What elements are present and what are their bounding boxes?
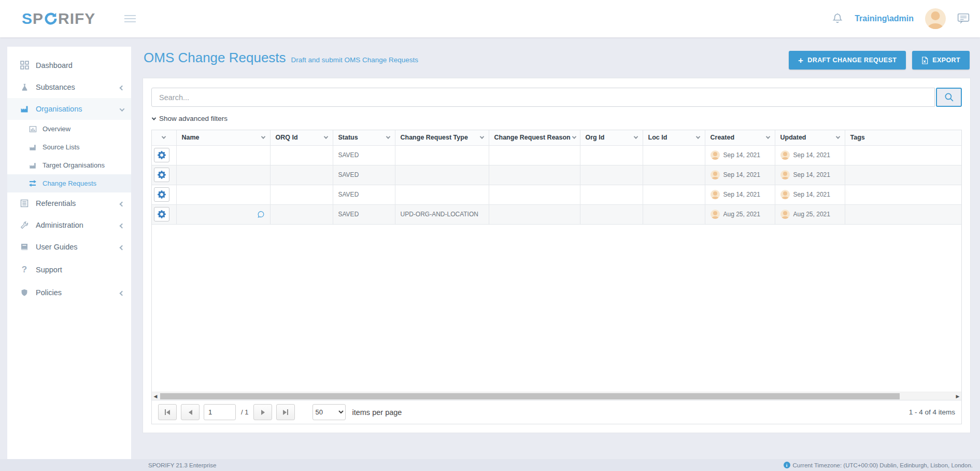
previous-page-button[interactable]	[181, 404, 200, 420]
sidebar-item-label: Overview	[42, 125, 70, 133]
user-avatar	[711, 170, 720, 179]
table-row[interactable]: SAVED UPD-ORG-AND-LOCATION Aug 25, 2021 …	[152, 204, 961, 224]
column-menu-icon[interactable]	[633, 135, 637, 139]
sidebar-item-target-organisations[interactable]: Target Organisations	[7, 156, 131, 174]
sidebar-item-support[interactable]: ? Support	[7, 258, 131, 282]
user-avatar[interactable]	[925, 8, 946, 29]
scrollbar-thumb[interactable]	[160, 393, 900, 399]
sidebar-item-source-lists[interactable]: Source Lists	[7, 138, 131, 156]
scroll-right-arrow-icon[interactable]: ▶	[954, 394, 961, 399]
list-icon	[20, 199, 29, 207]
row-actions-gear-button[interactable]	[154, 148, 169, 162]
column-menu-icon[interactable]	[835, 135, 840, 139]
gear-icon	[158, 190, 166, 199]
cell-loc-id	[643, 204, 705, 224]
horizontal-scrollbar[interactable]: ◀ ▶	[152, 392, 961, 400]
pagination-bar: / 1 50 items per page 1 - 4 of 4 items	[152, 400, 961, 424]
last-page-button[interactable]	[276, 404, 295, 420]
column-header-change-request-reason[interactable]: Change Request Reason	[489, 130, 580, 145]
table-row[interactable]: SAVED Sep 14, 2021 Sep 14, 2021	[152, 185, 961, 204]
sidebar-item-administration[interactable]: Administration	[7, 214, 131, 236]
factory-icon	[28, 144, 37, 151]
feedback-chat-icon[interactable]	[957, 13, 970, 24]
page-count-label: / 1	[241, 408, 248, 416]
column-menu-header[interactable]	[152, 130, 176, 145]
sidebar-item-referentials[interactable]: Referentials	[7, 192, 131, 214]
cell-updated: Sep 14, 2021	[775, 185, 845, 204]
cell-updated: Aug 25, 2021	[775, 204, 845, 224]
topbar: SPRIFY Training\admin	[0, 0, 980, 37]
column-header-change-request-type[interactable]: Change Request Type	[395, 130, 489, 145]
sidebar-item-change-requests[interactable]: Change Requests	[7, 174, 131, 192]
column-menu-icon[interactable]	[323, 135, 328, 139]
shield-icon	[20, 288, 29, 297]
items-range-label: 1 - 4 of 4 items	[909, 408, 955, 416]
cell-tags	[845, 165, 961, 185]
page-header: OMS Change Requests Draft and submit OMS…	[144, 50, 970, 70]
logo-letters-rify: RIFY	[58, 10, 95, 27]
column-menu-icon[interactable]	[572, 135, 576, 139]
user-avatar	[711, 210, 720, 219]
row-actions-gear-button[interactable]	[154, 168, 169, 182]
next-page-button[interactable]	[253, 404, 272, 420]
sidebar-item-overview[interactable]: Overview	[7, 120, 131, 138]
sidebar-item-user-guides[interactable]: User Guides	[7, 236, 131, 258]
column-menu-icon[interactable]	[479, 135, 484, 139]
column-menu-icon[interactable]	[765, 135, 770, 139]
user-avatar	[780, 210, 790, 219]
chevron-down-icon	[152, 116, 156, 120]
cell-orq-id	[270, 204, 333, 224]
column-header-org-id[interactable]: Org Id	[580, 130, 643, 145]
plus-icon: +	[798, 56, 803, 65]
menu-toggle-icon[interactable]	[122, 13, 138, 24]
sidebar-item-organisations[interactable]: Organisations	[7, 98, 131, 120]
flask-icon	[20, 83, 29, 91]
column-header-status[interactable]: Status	[333, 130, 395, 145]
first-page-button[interactable]	[158, 404, 177, 420]
column-header-name[interactable]: Name	[176, 130, 270, 145]
column-menu-icon[interactable]	[162, 135, 166, 139]
sidebar-item-policies[interactable]: Policies	[7, 282, 131, 303]
column-menu-icon[interactable]	[261, 135, 265, 139]
last-page-icon	[283, 410, 287, 415]
cell-created: Sep 14, 2021	[705, 145, 775, 165]
draft-change-request-button[interactable]: + DRAFT CHANGE REQUEST	[789, 51, 906, 70]
row-actions-gear-button[interactable]	[154, 207, 169, 221]
sporify-logo[interactable]: SPRIFY	[22, 10, 95, 27]
notifications-bell-icon[interactable]	[832, 12, 843, 25]
sidebar-item-substances[interactable]: Substances	[7, 76, 131, 98]
show-advanced-filters-toggle[interactable]: Show advanced filters	[152, 115, 228, 122]
column-header-tags[interactable]: Tags	[845, 130, 961, 145]
sidebar-item-dashboard[interactable]: Dashboard	[7, 54, 131, 76]
user-menu[interactable]: Training\admin	[855, 14, 914, 23]
column-menu-icon[interactable]	[386, 135, 390, 139]
first-page-icon	[166, 410, 170, 415]
cell-reason	[489, 185, 580, 204]
row-actions-gear-button[interactable]	[154, 187, 169, 202]
cell-org-id	[580, 185, 643, 204]
scroll-left-arrow-icon[interactable]: ◀	[152, 394, 159, 399]
page-number-input[interactable]	[204, 404, 236, 420]
grid-empty-area	[152, 225, 961, 392]
cell-name	[176, 165, 270, 185]
page-size-select[interactable]: 50	[313, 404, 346, 420]
column-header-updated[interactable]: Updated	[775, 130, 845, 145]
cell-orq-id	[270, 185, 333, 204]
search-button[interactable]	[936, 88, 962, 107]
column-menu-icon[interactable]	[695, 135, 700, 139]
table-row[interactable]: SAVED Sep 14, 2021 Sep 14, 2021	[152, 165, 961, 185]
column-header-orq-id[interactable]: ORQ Id	[270, 130, 333, 145]
export-button[interactable]: EXPORT	[912, 51, 970, 70]
comment-bubble-icon[interactable]	[257, 211, 265, 218]
column-header-loc-id[interactable]: Loc Id	[643, 130, 705, 145]
column-header-created[interactable]: Created	[705, 130, 775, 145]
user-avatar	[711, 190, 720, 199]
cell-tags	[845, 204, 961, 224]
search-input[interactable]	[151, 88, 935, 107]
exchange-arrows-icon	[28, 180, 37, 187]
book-icon	[20, 243, 29, 251]
scrollbar-track[interactable]	[159, 393, 954, 399]
cell-type	[395, 185, 489, 204]
sidebar: Dashboard Substances Organisations Overv…	[7, 47, 131, 460]
table-row[interactable]: SAVED Sep 14, 2021 Sep 14, 2021	[152, 145, 961, 165]
